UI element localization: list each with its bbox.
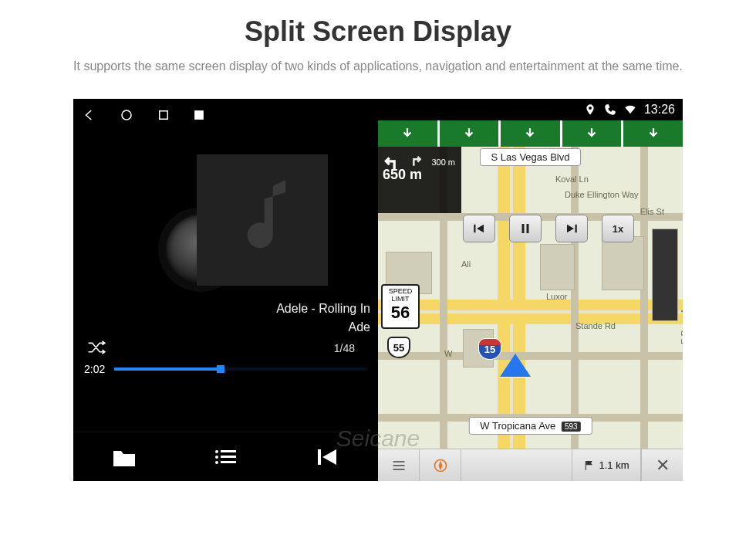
street-label: Duke Ellington Way (565, 190, 639, 199)
svg-point-7 (215, 461, 218, 464)
location-pin-icon (584, 103, 596, 116)
svg-rect-16 (393, 469, 404, 470)
lane-arrow-down-icon (585, 127, 599, 141)
turn-distance-big: 650 m (383, 167, 457, 183)
wifi-icon (624, 103, 636, 116)
svg-rect-11 (522, 224, 525, 233)
close-icon: ✕ (656, 456, 670, 476)
close-button[interactable]: ✕ (641, 449, 683, 481)
svg-rect-1 (160, 111, 168, 120)
street-label: Elis St (640, 207, 664, 216)
compass-icon (433, 458, 448, 473)
route-shield-a: 55 (387, 337, 410, 358)
lane-3 (501, 120, 562, 147)
lane-5 (623, 120, 683, 147)
lane-2 (440, 120, 501, 147)
svg-rect-14 (393, 461, 404, 462)
lane-guidance (378, 120, 683, 147)
current-position-arrow-icon (500, 354, 531, 377)
svg-point-5 (215, 456, 218, 459)
street-label: E Reno Ave (680, 300, 683, 344)
music-panel: Adele - Rolling In Ade 1/48 2:02 (73, 99, 378, 481)
svg-rect-2 (195, 111, 204, 120)
status-bar: 13:26 (378, 99, 683, 120)
flag-icon (583, 459, 596, 472)
street-label: Stande Rd (575, 321, 616, 330)
track-title: Adele - Rolling In (73, 300, 370, 318)
sim-pause-button[interactable] (509, 215, 542, 242)
album-art (197, 154, 328, 286)
page-title: Split Screen Display (46, 15, 710, 48)
home-icon[interactable] (120, 108, 133, 122)
android-navbar (73, 99, 378, 131)
sim-speed-button[interactable]: 1x (602, 215, 634, 242)
nav-bottom-bar: 1.1 km ✕ (378, 449, 683, 481)
elapsed-time: 2:02 (84, 363, 105, 375)
recent-apps-icon[interactable] (157, 108, 170, 122)
sim-controls: 1x (463, 215, 634, 242)
menu-icon (391, 458, 407, 473)
compass-button[interactable] (420, 449, 461, 481)
progress-row: 2:02 (73, 355, 378, 375)
lane-arrow-down-icon (523, 127, 537, 141)
street-label: Ali (461, 259, 471, 269)
music-bottom-bar (73, 432, 378, 481)
street-label: Koval Ln (555, 174, 589, 184)
track-info: Adele - Rolling In Ade (73, 300, 378, 337)
street-label: W (444, 349, 452, 358)
navigation-panel: 13:26 300 m 650 m S Las Vegas Blvd (378, 99, 683, 481)
track-counter: 1/48 (334, 342, 364, 354)
split-screen-device: Adele - Rolling In Ade 1/48 2:02 (73, 99, 683, 481)
lane-4 (562, 120, 624, 147)
speed-limit-label: SPEED LIMIT (383, 288, 418, 303)
street-sign-bottom: W Tropicana Ave 593 (468, 417, 592, 435)
turn-instruction: 300 m 650 m (378, 147, 461, 213)
distance-value: 1.1 km (599, 459, 629, 471)
svg-rect-6 (221, 456, 236, 458)
street-label: Luxor (546, 292, 568, 301)
street-sign-top: S Las Vegas Blvd (480, 148, 582, 166)
svg-rect-13 (575, 225, 577, 233)
interstate-shield: 15 (478, 338, 501, 360)
svg-rect-8 (221, 461, 236, 463)
music-note-icon (228, 178, 297, 263)
phone-icon (604, 103, 616, 116)
lane-arrow-down-icon (646, 127, 660, 141)
street-bottom-shield: 593 (562, 422, 581, 432)
sim-prev-button[interactable] (463, 215, 495, 242)
previous-track-icon[interactable] (315, 445, 339, 469)
svg-rect-4 (221, 450, 236, 452)
turn-right-icon (407, 153, 423, 168)
lane-1 (378, 120, 440, 147)
picture-icon[interactable] (194, 110, 204, 120)
shuffle-icon[interactable] (87, 340, 107, 355)
street-bottom-name: W Tropicana Ave (480, 420, 555, 432)
svg-point-0 (122, 110, 131, 120)
track-artist: Ade (73, 318, 370, 337)
svg-point-3 (215, 450, 218, 453)
svg-rect-12 (527, 224, 529, 233)
distance-button[interactable]: 1.1 km (572, 449, 641, 481)
svg-rect-10 (474, 225, 475, 233)
speed-limit-sign: SPEED LIMIT 56 (381, 284, 420, 329)
menu-button[interactable] (378, 449, 420, 481)
svg-rect-15 (393, 465, 404, 466)
clock: 13:26 (644, 103, 675, 117)
playlist-icon[interactable] (213, 445, 238, 469)
folder-icon[interactable] (112, 445, 137, 469)
back-icon[interactable] (83, 108, 96, 122)
lane-arrow-down-icon (462, 127, 476, 141)
sim-next-button[interactable] (555, 215, 588, 242)
page-description: It supports the same screen display of t… (46, 57, 710, 76)
progress-bar[interactable] (114, 368, 367, 371)
lane-arrow-down-icon (400, 127, 414, 141)
svg-rect-9 (318, 449, 321, 465)
speed-limit-value: 56 (383, 303, 418, 322)
svg-rect-18 (586, 461, 586, 470)
